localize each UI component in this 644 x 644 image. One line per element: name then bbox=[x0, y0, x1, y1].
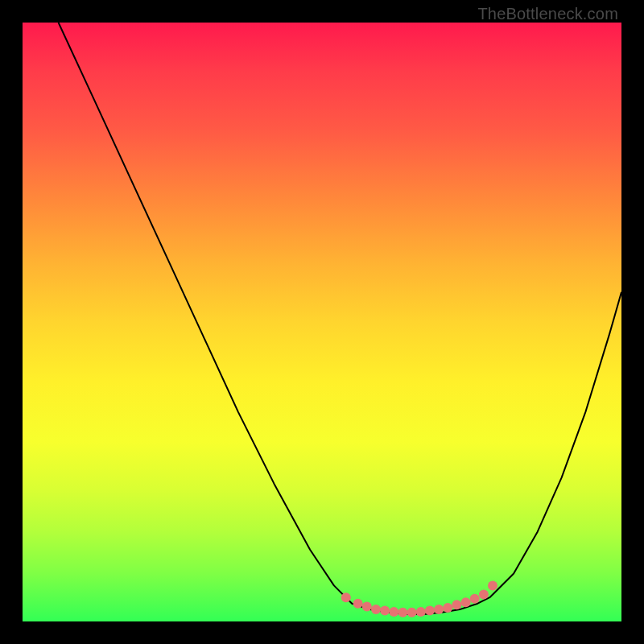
gradient-plot-bg bbox=[23, 23, 621, 621]
attribution-text: TheBottleneck.com bbox=[477, 5, 618, 23]
chart-frame bbox=[23, 23, 621, 621]
